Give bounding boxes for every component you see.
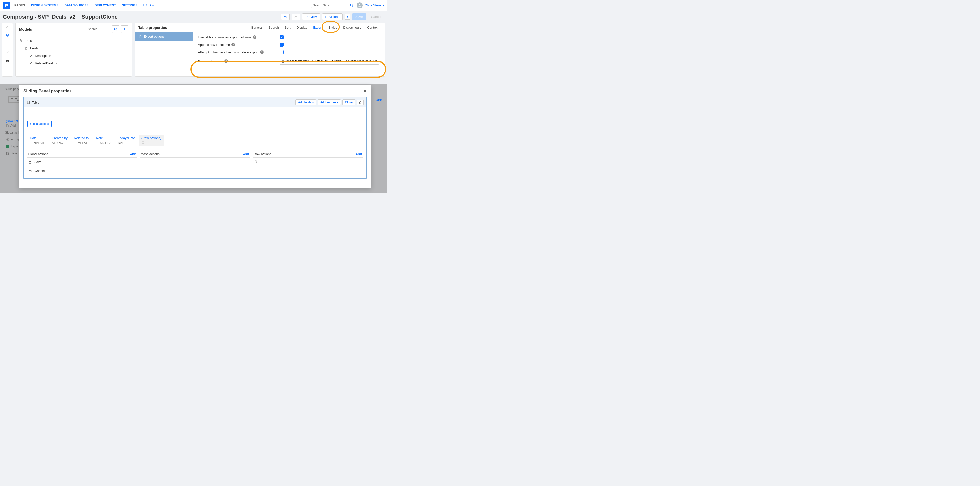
models-search-button[interactable] <box>112 25 119 33</box>
svg-rect-7 <box>8 26 9 27</box>
nav-data-sources[interactable]: DATA SOURCES <box>65 4 89 7</box>
rail-outline-icon[interactable] <box>5 42 10 47</box>
chevron-up-icon[interactable]: ︿ <box>194 78 196 81</box>
svg-point-21 <box>20 40 21 40</box>
tab-styles[interactable]: Styles <box>325 25 340 30</box>
app-logo[interactable] <box>3 2 10 9</box>
svg-point-9 <box>6 35 7 35</box>
chevron-down-icon: ▾ <box>383 4 384 7</box>
revisions-button[interactable]: Revisions <box>322 13 342 20</box>
rail-actions-icon[interactable] <box>5 50 10 55</box>
global-search[interactable] <box>311 3 353 8</box>
revisions-dropdown[interactable]: ▾ <box>345 14 350 20</box>
nav-design-systems[interactable]: DESIGN SYSTEMS <box>31 4 59 7</box>
svg-point-3 <box>350 4 353 6</box>
col-note[interactable]: NoteTEXTAREA <box>94 135 114 146</box>
add-feature-button[interactable]: Add feature▾ <box>318 99 341 105</box>
svg-point-10 <box>8 35 9 35</box>
help-icon[interactable]: ? <box>224 59 228 63</box>
help-icon[interactable]: ? <box>231 43 235 46</box>
checkbox-append-row-id[interactable]: ✓ <box>280 43 284 47</box>
avatar <box>357 3 363 8</box>
col-related-to[interactable]: Related toTEMPLATE <box>72 135 92 146</box>
tree-item-fields[interactable]: Fields <box>16 44 132 52</box>
tree-item-description[interactable]: Description <box>16 52 132 59</box>
col-todays-date[interactable]: TodaysDateDATE <box>115 135 137 146</box>
custom-file-name-input[interactable] <box>280 57 379 65</box>
tab-display[interactable]: Display <box>294 25 310 30</box>
user-menu[interactable]: Chris Stern ▾ <box>357 3 384 8</box>
svg-rect-24 <box>11 98 13 100</box>
props-title: Table properties <box>138 25 167 30</box>
add-mass-action[interactable]: ADD <box>243 152 249 156</box>
svg-text:JS: JS <box>7 60 8 62</box>
models-title: Models <box>19 27 32 31</box>
tab-sort[interactable]: Sort <box>282 25 294 30</box>
tab-context[interactable]: Context <box>364 25 381 30</box>
panel-resize-chevrons[interactable]: ︿﹀ <box>0 77 387 83</box>
search-input[interactable] <box>313 4 350 7</box>
col-date[interactable]: DateTEMPLATE <box>27 135 48 146</box>
side-export-options[interactable]: Export options <box>135 32 193 41</box>
doc-icon <box>138 35 142 38</box>
svg-point-23 <box>21 41 21 42</box>
checkbox-use-table-columns[interactable]: ✓ <box>280 35 284 39</box>
chevron-down-icon: ▾ <box>153 4 154 7</box>
delete-table-button[interactable] <box>357 100 364 105</box>
nav-pages[interactable]: PAGES <box>14 4 25 7</box>
row-action-delete[interactable] <box>253 157 363 166</box>
add-model-button[interactable] <box>121 25 128 33</box>
clone-button[interactable]: Clone <box>342 99 355 105</box>
add-fields-button[interactable]: Add fields▾ <box>295 99 316 105</box>
sliding-panel-modal: Sliding Panel properties ✕ Table Add fie… <box>19 86 371 188</box>
nav-links: PAGES DESIGN SYSTEMS DATA SOURCES DEPLOY… <box>14 4 154 7</box>
nav-help[interactable]: HELP ▾ <box>143 4 154 7</box>
tab-export[interactable]: Export <box>310 25 325 32</box>
nav-settings[interactable]: SETTINGS <box>122 4 137 7</box>
global-action-cancel[interactable]: Cancel <box>27 166 137 175</box>
undo-button[interactable] <box>281 14 290 20</box>
pencil-icon <box>29 61 33 65</box>
search-icon[interactable] <box>350 4 353 7</box>
global-actions-chip[interactable]: Global actions <box>27 121 52 127</box>
table-columns: DateTEMPLATE Created bySTRING Related to… <box>27 135 363 146</box>
nav-deployment[interactable]: DEPLOYMENT <box>95 4 116 7</box>
props-sidelist: Export options <box>135 32 193 76</box>
close-icon[interactable]: ✕ <box>363 88 367 94</box>
tree-item-relateddeal[interactable]: RelatedDeal__c <box>16 59 132 67</box>
tree-item-tasks[interactable]: Tasks <box>16 37 132 44</box>
col-created-by[interactable]: Created bySTRING <box>49 135 70 146</box>
rail-js-icon[interactable]: JS <box>5 59 10 64</box>
page-header: Composing - SVP_Deals_v2__SupportClone P… <box>0 11 387 22</box>
checkbox-load-all[interactable] <box>280 50 284 54</box>
row-load-all-records: Attempt to load in all records before ex… <box>198 50 380 54</box>
svg-line-4 <box>352 6 353 6</box>
props-tabs: General Search Sort Display Export Style… <box>248 25 381 30</box>
help-icon[interactable]: ? <box>253 35 256 39</box>
preview-button[interactable]: Preview <box>302 13 320 20</box>
help-icon[interactable]: ? <box>260 50 264 54</box>
actions-row: Global actionsADD Save Cancel Mass actio… <box>27 151 363 175</box>
table-properties-panel: Table properties General Search Sort Dis… <box>135 22 385 77</box>
col-row-actions[interactable]: (Row Actions) <box>139 135 164 146</box>
row-actions-title: Row actions <box>254 152 271 156</box>
add-global-action[interactable]: ADD <box>130 152 136 156</box>
rail-models-icon[interactable] <box>5 33 10 38</box>
svg-point-17 <box>115 28 116 30</box>
top-nav: PAGES DESIGN SYSTEMS DATA SOURCES DEPLOY… <box>0 0 387 11</box>
add-row-action[interactable]: ADD <box>356 152 362 156</box>
save-icon <box>28 160 32 164</box>
save-button[interactable]: Save <box>352 13 366 20</box>
tab-search[interactable]: Search <box>266 25 282 30</box>
models-tree: Tasks Fields Description RelatedDeal__c <box>16 35 132 76</box>
chevron-down-icon[interactable]: ﹀ <box>199 78 202 81</box>
rail-components-icon[interactable] <box>5 25 10 30</box>
global-action-save[interactable]: Save <box>27 157 137 166</box>
trash-icon[interactable] <box>142 141 161 145</box>
tab-general[interactable]: General <box>248 25 266 30</box>
page-title: Composing - SVP_Deals_v2__SupportClone <box>3 14 118 20</box>
props-form: Use table columns as export columns? ✓ A… <box>193 32 385 76</box>
models-search-input[interactable] <box>86 26 110 32</box>
svg-rect-0 <box>5 4 6 7</box>
tab-display-logic[interactable]: Display logic <box>340 25 364 30</box>
